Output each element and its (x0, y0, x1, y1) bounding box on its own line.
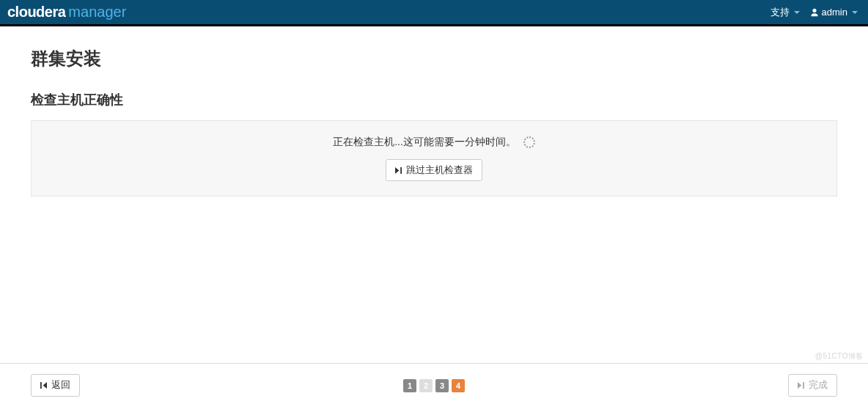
brand-logo: cloudera manager (7, 4, 126, 21)
skip-forward-icon (798, 382, 804, 389)
skip-host-inspector-button[interactable]: 跳过主机检查器 (386, 159, 482, 181)
step-3[interactable]: 3 (435, 379, 449, 392)
main-content: 群集安装 检查主机正确性 正在检查主机...这可能需要一分钟时间。 跳过主机检查… (0, 26, 868, 197)
back-button-label: 返回 (51, 378, 70, 392)
footer-bar: 返回 1 2 3 4 完成 (0, 363, 868, 407)
skip-forward-icon (395, 167, 402, 174)
support-label: 支持 (770, 6, 790, 19)
step-indicator: 1 2 3 4 (403, 379, 465, 392)
status-line: 正在检查主机...这可能需要一分钟时间。 (333, 136, 535, 149)
brand-cloudera-text: cloudera (7, 4, 65, 21)
step-1[interactable]: 1 (403, 379, 416, 392)
brand-manager-text: manager (68, 4, 126, 21)
caret-down-icon (852, 11, 858, 14)
section-title: 检查主机正确性 (31, 91, 837, 109)
top-navbar: cloudera manager 支持 admin (0, 0, 868, 26)
step-4[interactable]: 4 (452, 379, 465, 392)
user-icon (810, 8, 819, 17)
watermark-text: @51CTO博客 (815, 351, 864, 362)
skip-button-label: 跳过主机检查器 (406, 164, 473, 177)
user-menu[interactable]: admin (810, 7, 858, 18)
spinner-icon (523, 136, 535, 148)
finish-button[interactable]: 完成 (788, 374, 837, 396)
finish-button-label: 完成 (809, 378, 828, 392)
back-button[interactable]: 返回 (31, 374, 80, 396)
host-check-panel: 正在检查主机...这可能需要一分钟时间。 跳过主机检查器 (31, 120, 837, 197)
page-title: 群集安装 (31, 47, 837, 70)
skip-back-icon (40, 382, 47, 389)
status-text: 正在检查主机...这可能需要一分钟时间。 (333, 136, 516, 149)
user-label: admin (822, 7, 847, 18)
nav-right: 支持 admin (770, 6, 858, 19)
caret-down-icon (794, 11, 800, 14)
step-2[interactable]: 2 (419, 379, 433, 392)
support-menu[interactable]: 支持 (770, 6, 800, 19)
